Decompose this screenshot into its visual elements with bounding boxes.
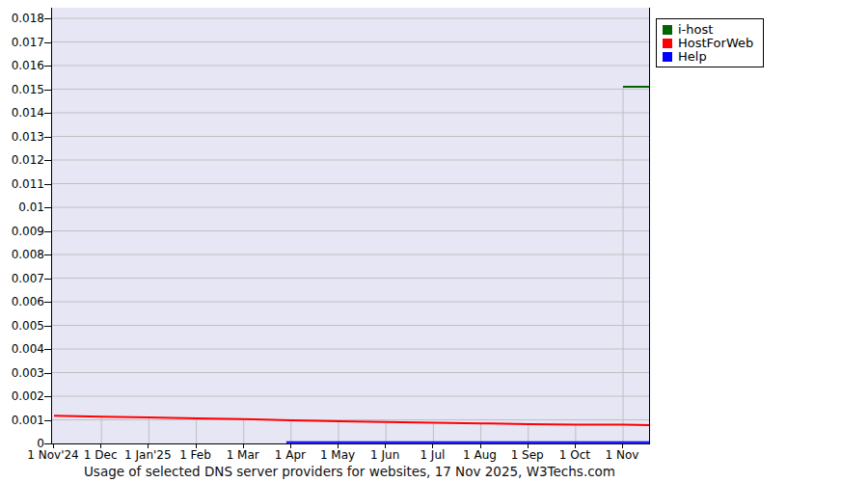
y-tick-label: 0.007 [0,273,44,284]
legend-item-help: Help [663,50,753,63]
x-tick-mark [432,444,433,448]
x-tick-mark [100,444,101,448]
y-tick-mark [44,279,51,280]
y-tick-mark [44,66,51,67]
y-tick-label: 0.009 [0,226,44,237]
y-tick-mark [44,42,51,43]
chart-plot-svg [52,8,649,443]
x-tick-label: 1 Jun [370,449,399,461]
legend-label-help: Help [678,50,707,63]
legend-swatch-help-icon [663,52,672,62]
y-tick-mark [44,184,51,185]
y-tick-mark [44,231,51,232]
y-tick-label: 0.017 [0,37,44,48]
x-tick-label: 1 Nov'24 [27,449,78,461]
legend-label-hostforweb: HostForWeb [678,37,753,49]
y-tick-mark [44,443,51,444]
y-tick-label: 0.018 [0,13,44,24]
x-tick-mark [196,444,197,448]
chart-canvas: 00.0010.0020.0030.0040.0050.0060.0070.00… [0,0,868,482]
x-tick-mark [385,444,386,448]
y-tick-label: 0.016 [0,60,44,71]
x-tick-label: 1 Apr [275,449,306,461]
y-tick-label: 0.003 [0,367,44,379]
series-line-hostforweb [54,415,649,425]
x-tick-mark [338,444,339,448]
y-tick-mark [44,326,51,327]
x-tick-label: 1 Jan'25 [124,449,172,461]
x-tick-label: 1 May [320,449,355,461]
y-tick-mark [44,420,51,421]
legend-box: i-host HostForWeb Help [656,18,764,67]
x-tick-label: 1 Mar [227,449,259,461]
legend-swatch-i-host-icon [663,25,672,35]
y-tick-label: 0.013 [0,131,44,143]
y-tick-mark [44,113,51,114]
x-tick-label: 1 Sep [511,449,544,461]
x-tick-label: 1 Oct [559,449,590,461]
x-tick-label: 1 Jul [420,449,445,461]
x-tick-label: 1 Nov [606,449,639,461]
chart-title: Usage of selected DNS server providers f… [51,464,648,479]
y-tick-label: 0.012 [0,154,44,166]
plot-area [51,8,650,444]
x-tick-mark [575,444,576,448]
y-tick-mark [44,207,51,208]
y-tick-mark [44,254,51,255]
y-tick-mark [44,302,51,303]
x-tick-mark [528,444,529,448]
y-tick-mark [44,137,51,138]
y-tick-label: 0.006 [0,296,44,308]
y-tick-mark [44,373,51,374]
y-tick-mark [44,90,51,91]
y-tick-mark [44,160,51,161]
x-tick-mark [480,444,481,448]
x-tick-label: 1 Feb [179,449,211,461]
legend-item-i-host: i-host [663,23,753,36]
y-tick-label: 0.004 [0,343,44,355]
x-tick-mark [243,444,244,448]
x-tick-label: 1 Aug [463,449,497,461]
y-tick-label: 0.01 [0,201,44,213]
x-tick-mark [148,444,149,448]
x-tick-mark [622,444,623,448]
y-tick-label: 0.014 [0,107,44,119]
legend-swatch-hostforweb-icon [663,39,672,48]
y-tick-label: 0.001 [0,415,44,426]
legend-label-i-host: i-host [678,23,713,36]
y-tick-label: 0.011 [0,178,44,190]
x-tick-mark [53,444,54,448]
legend-item-hostforweb: HostForWeb [663,37,753,49]
x-tick-label: 1 Dec [84,449,118,461]
y-tick-label: 0.005 [0,320,44,332]
y-tick-mark [44,349,51,350]
y-tick-mark [44,18,51,19]
y-tick-label: 0.008 [0,249,44,260]
y-tick-mark [44,396,51,397]
y-tick-label: 0.015 [0,84,44,95]
y-tick-label: 0.002 [0,390,44,402]
x-tick-mark [290,444,291,448]
